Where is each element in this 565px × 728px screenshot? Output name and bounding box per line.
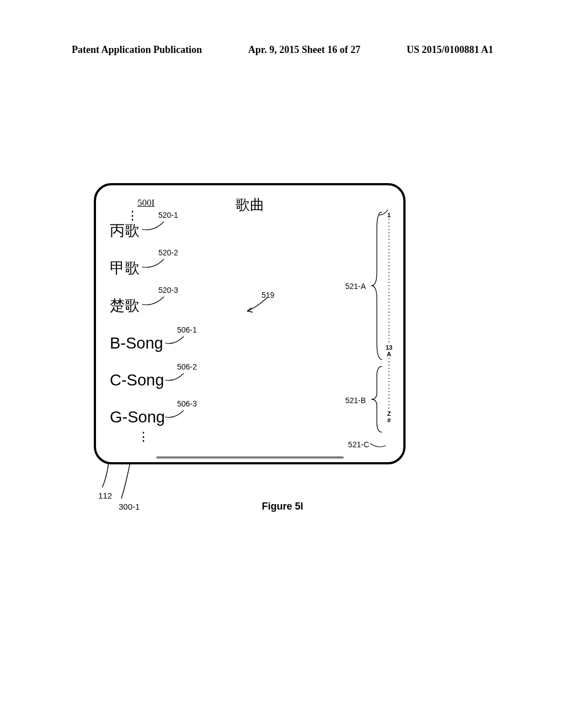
brace-a-label: 521-A — [345, 282, 366, 291]
leader-line-icon — [102, 462, 118, 490]
song-list: ⋮ 520-1 丙歌 520-2 甲歌 520-3 楚歌 5 — [110, 212, 253, 441]
index-entry[interactable]: # — [385, 417, 393, 424]
song-item-cjk-1[interactable]: 520-1 丙歌 — [110, 221, 253, 240]
patent-page: Patent Application Publication Apr. 9, 2… — [0, 0, 565, 728]
reference-number: 520-3 — [158, 286, 178, 295]
figure-caption: Figure 5I — [262, 501, 303, 512]
song-label: 甲歌 — [110, 258, 140, 278]
brace-b-icon — [370, 366, 383, 432]
reference-number: 506-2 — [177, 362, 197, 371]
header-left: Patent Application Publication — [72, 44, 202, 56]
reference-number: 300-1 — [119, 502, 140, 511]
index-entry[interactable]: 13 — [385, 344, 393, 351]
leader-line-icon — [379, 210, 389, 216]
reference-number: 520-1 — [158, 211, 178, 220]
leader-line-icon — [370, 441, 387, 450]
header-center: Apr. 9, 2015 Sheet 16 of 27 — [248, 44, 360, 56]
vertical-ellipsis-bottom-icon: ⋮ — [137, 433, 253, 441]
device-frame: 500I 歌曲 ⋮ 520-1 丙歌 520-2 甲歌 520-3 楚歌 — [94, 183, 406, 464]
pointer-reference: 519 — [262, 290, 274, 300]
pointer-arrow-icon — [245, 298, 273, 313]
index-entry[interactable]: Z — [385, 410, 393, 417]
page-header: Patent Application Publication Apr. 9, 2… — [0, 44, 565, 56]
header-right: US 2015/0100881 A1 — [407, 44, 493, 56]
reference-number: 506-3 — [177, 399, 197, 408]
figure-reference-number: 500I — [137, 197, 154, 208]
reference-number: 520-2 — [158, 248, 178, 257]
brace-a-icon — [370, 212, 383, 360]
brace-c-label: 521-C — [348, 440, 369, 449]
song-label: 丙歌 — [110, 221, 140, 240]
song-item-latin-1[interactable]: 506-1 B-Song — [110, 334, 253, 352]
brace-b-label: 521-B — [345, 396, 366, 405]
home-indicator[interactable] — [156, 457, 344, 458]
song-label: B-Song — [110, 334, 163, 352]
song-label: C-Song — [110, 371, 164, 389]
song-item-latin-2[interactable]: 506-2 C-Song — [110, 371, 253, 389]
song-label: G-Song — [110, 408, 165, 426]
leader-line-icon — [120, 462, 136, 502]
alphabet-index[interactable]: 1 · · · · · · · · · · · · · · · · · · · — [385, 212, 393, 454]
song-item-cjk-3[interactable]: 520-3 楚歌 — [110, 296, 253, 315]
reference-number: 112 — [98, 491, 112, 500]
reference-number: 506-1 — [177, 325, 197, 334]
song-label: 楚歌 — [110, 296, 140, 315]
vertical-ellipsis-top-icon: ⋮ — [126, 212, 253, 220]
song-item-latin-3[interactable]: 506-3 G-Song — [110, 408, 253, 426]
song-item-cjk-2[interactable]: 520-2 甲歌 — [110, 258, 253, 278]
